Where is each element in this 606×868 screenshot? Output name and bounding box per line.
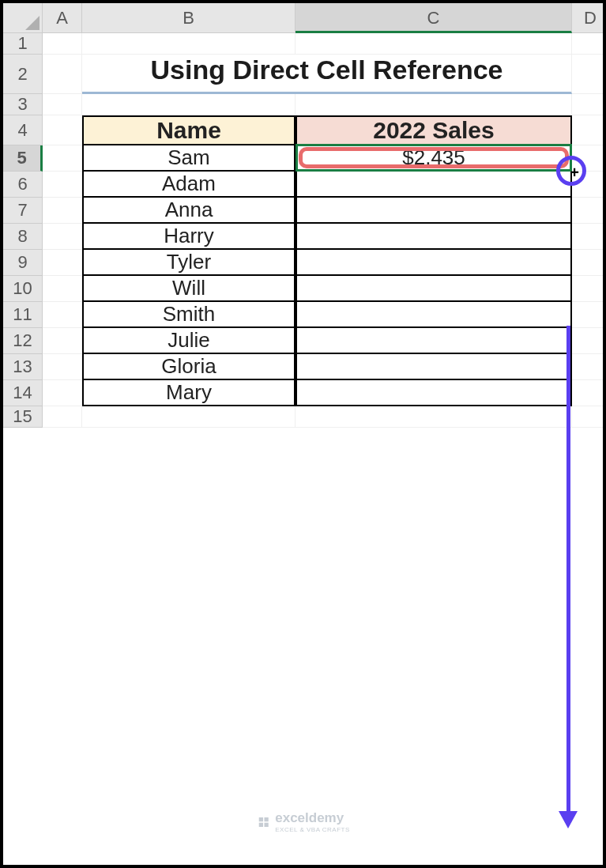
cell-d2[interactable] <box>572 55 606 94</box>
select-all-corner[interactable] <box>3 3 43 33</box>
cell-a14[interactable] <box>43 380 82 406</box>
cell-c3[interactable] <box>295 94 572 115</box>
title-cell[interactable]: Using Direct Cell Reference <box>82 55 572 94</box>
cell-d3[interactable] <box>572 94 606 115</box>
cell-a13[interactable] <box>43 354 82 380</box>
col-header-b[interactable]: B <box>82 3 295 33</box>
watermark-brand: exceldemy <box>275 810 344 825</box>
cell-d7[interactable] <box>572 198 606 224</box>
cell-a7[interactable] <box>43 198 82 224</box>
row-header-12[interactable]: 12 <box>3 328 43 354</box>
cell-d14[interactable] <box>572 380 606 406</box>
cell-a9[interactable] <box>43 250 82 276</box>
cell-d13[interactable] <box>572 354 606 380</box>
cell-name-7[interactable]: Anna <box>82 198 295 224</box>
row-header-3[interactable]: 3 <box>3 94 43 115</box>
cell-d4[interactable] <box>572 115 606 145</box>
cell-name-5[interactable]: Sam <box>82 145 295 172</box>
cell-d11[interactable] <box>572 302 606 328</box>
drag-arrow-head-icon <box>559 811 578 828</box>
col-header-c[interactable]: C <box>295 3 572 33</box>
col-header-d[interactable]: D <box>572 3 606 33</box>
cell-name-8[interactable]: Harry <box>82 224 295 250</box>
exceldemy-logo-icon <box>256 815 270 829</box>
cell-sales-6[interactable] <box>295 172 572 198</box>
cell-sales-9[interactable] <box>295 250 572 276</box>
row-header-10[interactable]: 10 <box>3 276 43 302</box>
cell-a15[interactable] <box>43 406 82 428</box>
spreadsheet-grid: A B C D 1 2 Using Direct Cell Reference … <box>3 3 603 428</box>
row-header-4[interactable]: 4 <box>3 115 43 145</box>
cell-a4[interactable] <box>43 115 82 145</box>
cell-d12[interactable] <box>572 328 606 354</box>
cell-sales-5[interactable]: $2,435 + <box>295 145 572 172</box>
cell-b1[interactable] <box>82 33 295 55</box>
cell-b3[interactable] <box>82 94 295 115</box>
watermark: exceldemy EXCEL & VBA CRAFTS <box>256 810 350 833</box>
cell-sales-10[interactable] <box>295 276 572 302</box>
row-header-11[interactable]: 11 <box>3 302 43 328</box>
cell-sales-14[interactable] <box>295 380 572 406</box>
cell-d8[interactable] <box>572 224 606 250</box>
watermark-tag: EXCEL & VBA CRAFTS <box>275 826 350 833</box>
cell-name-12[interactable]: Julie <box>82 328 295 354</box>
cell-sales-7[interactable] <box>295 198 572 224</box>
cell-a10[interactable] <box>43 276 82 302</box>
cell-name-14[interactable]: Mary <box>82 380 295 406</box>
cell-sales-8[interactable] <box>295 224 572 250</box>
table-header-sales[interactable]: 2022 Sales <box>295 115 572 145</box>
cell-name-10[interactable]: Will <box>82 276 295 302</box>
row-header-6[interactable]: 6 <box>3 172 43 198</box>
cell-a11[interactable] <box>43 302 82 328</box>
cell-d1[interactable] <box>572 33 606 55</box>
row-header-1[interactable]: 1 <box>3 33 43 55</box>
cell-a5[interactable] <box>43 145 82 172</box>
fill-handle-icon[interactable]: + <box>570 164 579 180</box>
table-header-name[interactable]: Name <box>82 115 295 145</box>
cell-name-9[interactable]: Tyler <box>82 250 295 276</box>
row-header-8[interactable]: 8 <box>3 224 43 250</box>
cell-a12[interactable] <box>43 328 82 354</box>
cell-a2[interactable] <box>43 55 82 94</box>
cell-a1[interactable] <box>43 33 82 55</box>
cell-sales-11[interactable] <box>295 302 572 328</box>
row-header-7[interactable]: 7 <box>3 198 43 224</box>
cell-sales-12[interactable] <box>295 328 572 354</box>
row-header-14[interactable]: 14 <box>3 380 43 406</box>
cell-name-11[interactable]: Smith <box>82 302 295 328</box>
cell-a6[interactable] <box>43 172 82 198</box>
row-header-9[interactable]: 9 <box>3 250 43 276</box>
cell-b15[interactable] <box>82 406 295 428</box>
row-header-15[interactable]: 15 <box>3 406 43 428</box>
cell-sales-13[interactable] <box>295 354 572 380</box>
cell-d10[interactable] <box>572 276 606 302</box>
cell-d15[interactable] <box>572 406 606 428</box>
drag-arrow-line <box>566 326 570 816</box>
cell-d9[interactable] <box>572 250 606 276</box>
cell-name-6[interactable]: Adam <box>82 172 295 198</box>
cell-a3[interactable] <box>43 94 82 115</box>
col-header-a[interactable]: A <box>43 3 82 33</box>
cell-a8[interactable] <box>43 224 82 250</box>
row-header-2[interactable]: 2 <box>3 55 43 94</box>
sales-value-5: $2,435 <box>402 145 465 170</box>
cell-c1[interactable] <box>295 33 572 55</box>
row-header-5[interactable]: 5 <box>3 145 43 172</box>
row-header-13[interactable]: 13 <box>3 354 43 380</box>
cell-c15[interactable] <box>295 406 572 428</box>
cell-name-13[interactable]: Gloria <box>82 354 295 380</box>
